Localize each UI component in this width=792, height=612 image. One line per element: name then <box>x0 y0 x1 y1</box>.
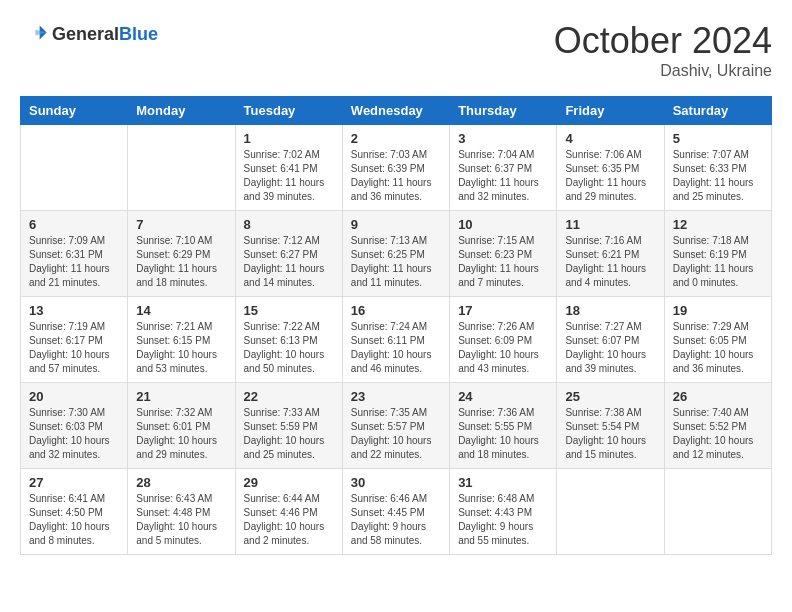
calendar-cell: 9Sunrise: 7:13 AM Sunset: 6:25 PM Daylig… <box>342 211 449 297</box>
calendar-cell: 19Sunrise: 7:29 AM Sunset: 6:05 PM Dayli… <box>664 297 771 383</box>
calendar-cell: 17Sunrise: 7:26 AM Sunset: 6:09 PM Dayli… <box>450 297 557 383</box>
day-number: 9 <box>351 217 441 232</box>
logo-general-text: GeneralBlue <box>52 24 158 45</box>
calendar-cell: 30Sunrise: 6:46 AM Sunset: 4:45 PM Dayli… <box>342 469 449 555</box>
day-info: Sunrise: 6:46 AM Sunset: 4:45 PM Dayligh… <box>351 492 441 548</box>
calendar-cell: 18Sunrise: 7:27 AM Sunset: 6:07 PM Dayli… <box>557 297 664 383</box>
day-number: 17 <box>458 303 548 318</box>
calendar-cell: 31Sunrise: 6:48 AM Sunset: 4:43 PM Dayli… <box>450 469 557 555</box>
calendar-cell <box>664 469 771 555</box>
day-number: 27 <box>29 475 119 490</box>
day-number: 23 <box>351 389 441 404</box>
day-info: Sunrise: 6:41 AM Sunset: 4:50 PM Dayligh… <box>29 492 119 548</box>
calendar-cell: 10Sunrise: 7:15 AM Sunset: 6:23 PM Dayli… <box>450 211 557 297</box>
calendar-cell: 1Sunrise: 7:02 AM Sunset: 6:41 PM Daylig… <box>235 125 342 211</box>
day-number: 26 <box>673 389 763 404</box>
day-info: Sunrise: 7:09 AM Sunset: 6:31 PM Dayligh… <box>29 234 119 290</box>
day-info: Sunrise: 7:24 AM Sunset: 6:11 PM Dayligh… <box>351 320 441 376</box>
calendar-cell: 26Sunrise: 7:40 AM Sunset: 5:52 PM Dayli… <box>664 383 771 469</box>
day-number: 29 <box>244 475 334 490</box>
day-info: Sunrise: 7:32 AM Sunset: 6:01 PM Dayligh… <box>136 406 226 462</box>
calendar-cell: 14Sunrise: 7:21 AM Sunset: 6:15 PM Dayli… <box>128 297 235 383</box>
day-info: Sunrise: 7:29 AM Sunset: 6:05 PM Dayligh… <box>673 320 763 376</box>
day-number: 12 <box>673 217 763 232</box>
day-number: 31 <box>458 475 548 490</box>
day-number: 1 <box>244 131 334 146</box>
day-number: 3 <box>458 131 548 146</box>
day-info: Sunrise: 6:48 AM Sunset: 4:43 PM Dayligh… <box>458 492 548 548</box>
title-block: October 2024 Dashiv, Ukraine <box>554 20 772 80</box>
day-number: 15 <box>244 303 334 318</box>
day-info: Sunrise: 7:16 AM Sunset: 6:21 PM Dayligh… <box>565 234 655 290</box>
calendar-cell: 27Sunrise: 6:41 AM Sunset: 4:50 PM Dayli… <box>21 469 128 555</box>
day-number: 16 <box>351 303 441 318</box>
calendar-cell: 15Sunrise: 7:22 AM Sunset: 6:13 PM Dayli… <box>235 297 342 383</box>
day-info: Sunrise: 7:06 AM Sunset: 6:35 PM Dayligh… <box>565 148 655 204</box>
day-number: 20 <box>29 389 119 404</box>
day-of-week-header: Wednesday <box>342 97 449 125</box>
day-info: Sunrise: 7:04 AM Sunset: 6:37 PM Dayligh… <box>458 148 548 204</box>
day-of-week-header: Tuesday <box>235 97 342 125</box>
day-info: Sunrise: 7:10 AM Sunset: 6:29 PM Dayligh… <box>136 234 226 290</box>
calendar-cell: 7Sunrise: 7:10 AM Sunset: 6:29 PM Daylig… <box>128 211 235 297</box>
calendar-cell: 23Sunrise: 7:35 AM Sunset: 5:57 PM Dayli… <box>342 383 449 469</box>
day-info: Sunrise: 7:26 AM Sunset: 6:09 PM Dayligh… <box>458 320 548 376</box>
calendar-cell <box>21 125 128 211</box>
day-of-week-header: Saturday <box>664 97 771 125</box>
day-number: 7 <box>136 217 226 232</box>
day-info: Sunrise: 6:44 AM Sunset: 4:46 PM Dayligh… <box>244 492 334 548</box>
calendar-cell <box>128 125 235 211</box>
calendar-cell: 28Sunrise: 6:43 AM Sunset: 4:48 PM Dayli… <box>128 469 235 555</box>
calendar-cell: 20Sunrise: 7:30 AM Sunset: 6:03 PM Dayli… <box>21 383 128 469</box>
calendar-cell: 5Sunrise: 7:07 AM Sunset: 6:33 PM Daylig… <box>664 125 771 211</box>
day-number: 2 <box>351 131 441 146</box>
calendar-header-row: SundayMondayTuesdayWednesdayThursdayFrid… <box>21 97 772 125</box>
day-number: 5 <box>673 131 763 146</box>
logo-icon <box>20 20 48 48</box>
day-info: Sunrise: 7:12 AM Sunset: 6:27 PM Dayligh… <box>244 234 334 290</box>
day-info: Sunrise: 7:18 AM Sunset: 6:19 PM Dayligh… <box>673 234 763 290</box>
calendar-cell: 29Sunrise: 6:44 AM Sunset: 4:46 PM Dayli… <box>235 469 342 555</box>
calendar-week-row: 13Sunrise: 7:19 AM Sunset: 6:17 PM Dayli… <box>21 297 772 383</box>
day-number: 24 <box>458 389 548 404</box>
day-info: Sunrise: 7:03 AM Sunset: 6:39 PM Dayligh… <box>351 148 441 204</box>
day-number: 8 <box>244 217 334 232</box>
calendar-cell: 25Sunrise: 7:38 AM Sunset: 5:54 PM Dayli… <box>557 383 664 469</box>
day-of-week-header: Sunday <box>21 97 128 125</box>
day-info: Sunrise: 7:07 AM Sunset: 6:33 PM Dayligh… <box>673 148 763 204</box>
day-info: Sunrise: 7:36 AM Sunset: 5:55 PM Dayligh… <box>458 406 548 462</box>
calendar-cell: 13Sunrise: 7:19 AM Sunset: 6:17 PM Dayli… <box>21 297 128 383</box>
calendar-cell: 4Sunrise: 7:06 AM Sunset: 6:35 PM Daylig… <box>557 125 664 211</box>
day-info: Sunrise: 7:27 AM Sunset: 6:07 PM Dayligh… <box>565 320 655 376</box>
day-number: 25 <box>565 389 655 404</box>
day-number: 13 <box>29 303 119 318</box>
day-info: Sunrise: 7:40 AM Sunset: 5:52 PM Dayligh… <box>673 406 763 462</box>
calendar-week-row: 27Sunrise: 6:41 AM Sunset: 4:50 PM Dayli… <box>21 469 772 555</box>
month-title: October 2024 <box>554 20 772 62</box>
day-info: Sunrise: 7:30 AM Sunset: 6:03 PM Dayligh… <box>29 406 119 462</box>
calendar-cell: 11Sunrise: 7:16 AM Sunset: 6:21 PM Dayli… <box>557 211 664 297</box>
day-number: 21 <box>136 389 226 404</box>
calendar-cell: 8Sunrise: 7:12 AM Sunset: 6:27 PM Daylig… <box>235 211 342 297</box>
day-info: Sunrise: 6:43 AM Sunset: 4:48 PM Dayligh… <box>136 492 226 548</box>
logo: GeneralBlue <box>20 20 158 48</box>
day-number: 19 <box>673 303 763 318</box>
day-number: 4 <box>565 131 655 146</box>
calendar-cell: 22Sunrise: 7:33 AM Sunset: 5:59 PM Dayli… <box>235 383 342 469</box>
calendar-cell: 2Sunrise: 7:03 AM Sunset: 6:39 PM Daylig… <box>342 125 449 211</box>
day-info: Sunrise: 7:02 AM Sunset: 6:41 PM Dayligh… <box>244 148 334 204</box>
day-info: Sunrise: 7:19 AM Sunset: 6:17 PM Dayligh… <box>29 320 119 376</box>
calendar-cell: 12Sunrise: 7:18 AM Sunset: 6:19 PM Dayli… <box>664 211 771 297</box>
calendar-cell: 3Sunrise: 7:04 AM Sunset: 6:37 PM Daylig… <box>450 125 557 211</box>
day-number: 28 <box>136 475 226 490</box>
day-number: 14 <box>136 303 226 318</box>
day-number: 11 <box>565 217 655 232</box>
day-info: Sunrise: 7:15 AM Sunset: 6:23 PM Dayligh… <box>458 234 548 290</box>
day-info: Sunrise: 7:21 AM Sunset: 6:15 PM Dayligh… <box>136 320 226 376</box>
day-of-week-header: Friday <box>557 97 664 125</box>
day-info: Sunrise: 7:38 AM Sunset: 5:54 PM Dayligh… <box>565 406 655 462</box>
calendar-week-row: 20Sunrise: 7:30 AM Sunset: 6:03 PM Dayli… <box>21 383 772 469</box>
day-of-week-header: Monday <box>128 97 235 125</box>
calendar-cell: 16Sunrise: 7:24 AM Sunset: 6:11 PM Dayli… <box>342 297 449 383</box>
day-number: 6 <box>29 217 119 232</box>
